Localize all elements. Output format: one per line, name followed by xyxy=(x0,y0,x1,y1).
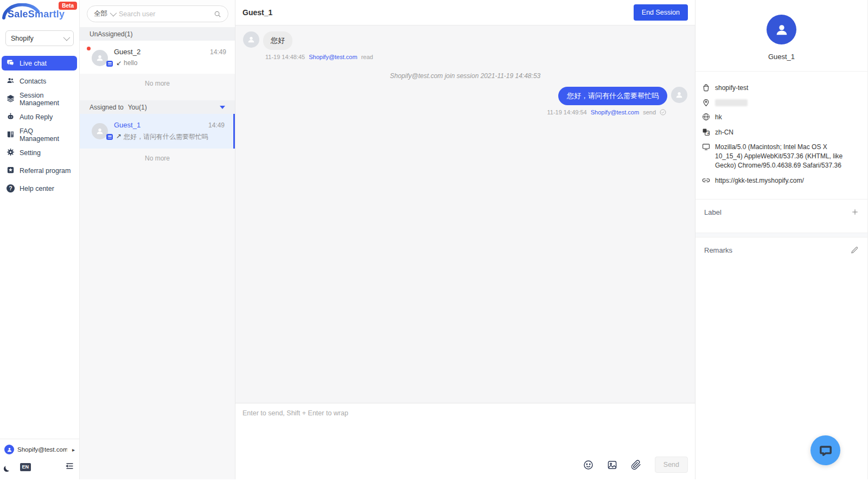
chevron-down-icon xyxy=(63,34,71,41)
url-row[interactable]: https://gkk-test.myshopify.com/ xyxy=(702,176,856,185)
search-input[interactable] xyxy=(119,10,210,18)
image-upload-icon[interactable] xyxy=(607,460,617,470)
search-box: 全部 xyxy=(87,5,228,22)
location-pin-icon xyxy=(702,99,710,107)
list-item-guest1[interactable]: Guest_1 14:49 ↗ 您好，请问有什么需要帮忙吗 xyxy=(80,114,235,149)
outgoing-message-row: 您好，请问有什么需要帮忙吗 xyxy=(243,87,687,105)
language-toggle[interactable]: EN xyxy=(20,463,31,471)
conversation-preview: 您好，请问有什么需要帮忙吗 xyxy=(124,132,208,142)
message-time: 11-19 14:48:45 xyxy=(265,54,305,60)
agent-link[interactable]: Shopify@test.com xyxy=(591,109,639,115)
sidebar-item-label: Session Management xyxy=(20,92,72,107)
sidebar-footer: Shopify@test.com ▸ EN xyxy=(0,439,79,479)
remarks-title: Remarks xyxy=(704,246,732,254)
translate-icon: A xyxy=(702,128,710,136)
conversation-time: 14:49 xyxy=(208,121,225,129)
emoji-icon[interactable] xyxy=(583,460,593,470)
search-row: 全部 xyxy=(80,0,235,27)
chat-widget-icon xyxy=(819,444,833,458)
region-value: hk xyxy=(715,113,722,122)
search-icon[interactable] xyxy=(214,10,221,18)
send-button[interactable]: Send xyxy=(655,457,688,473)
conversation-name: Guest_2 xyxy=(114,48,141,56)
conversation-summary: Guest_2 14:49 ↙ hello xyxy=(114,48,226,67)
language-row: A zh-CN xyxy=(702,128,856,137)
sidebar-item-auto-reply[interactable]: Auto Reply xyxy=(2,110,77,124)
avatar xyxy=(92,50,108,66)
collapse-section-icon[interactable] xyxy=(220,106,225,109)
sidebar-item-referral-program[interactable]: Referral program xyxy=(2,163,77,178)
sidebar: SaleSmartly Beta Shopify Live chat Conta… xyxy=(0,0,80,479)
language-value: zh-CN xyxy=(715,128,733,137)
section-header-unassigned: UnAssigned(1) xyxy=(80,27,235,41)
sidebar-item-label: Auto Reply xyxy=(20,113,53,121)
filter-dropdown[interactable]: 全部 xyxy=(94,9,115,18)
layers-icon xyxy=(7,94,15,104)
sidebar-item-label: FAQ Management xyxy=(20,127,72,143)
sidebar-item-label: Live chat xyxy=(20,60,47,67)
conversation-list-panel: 全部 UnAssigned(1) Guest_2 14:49 xyxy=(80,0,235,479)
help-icon: ? xyxy=(7,184,15,192)
visitor-avatar xyxy=(767,15,796,44)
label-section: Label xyxy=(695,200,867,233)
list-item-guest2[interactable]: Guest_2 14:49 ↙ hello xyxy=(80,41,235,74)
chat-header: Guest_1 End Session xyxy=(235,0,695,25)
book-icon xyxy=(7,130,15,140)
outgoing-message-meta: 11-19 14:49:54 Shopify@test.com send xyxy=(243,109,666,115)
incoming-message-meta: 11-19 14:48:45 Shopify@test.com read xyxy=(265,54,687,60)
attachment-icon[interactable] xyxy=(631,460,641,470)
conversation-time: 14:49 xyxy=(210,48,226,56)
shop-bag-icon xyxy=(702,84,710,92)
message-input[interactable] xyxy=(242,409,688,453)
workspace-selected-value: Shopify xyxy=(11,35,34,42)
beta-badge: Beta xyxy=(59,2,77,10)
monitor-icon xyxy=(702,143,710,151)
message-status: read xyxy=(361,54,373,60)
no-more-text: No more xyxy=(80,149,235,170)
chevron-down-icon xyxy=(110,10,117,17)
url-value: https://gkk-test.myshopify.com/ xyxy=(715,176,804,185)
outgoing-message-bubble: 您好，请问有什么需要帮忙吗 xyxy=(558,87,667,105)
visitor-info-block: shopify-test hk A zh-CN Mozilla/5.0 (Mac… xyxy=(695,72,867,200)
help-glyph: ? xyxy=(9,185,12,191)
sidebar-item-label: Contacts xyxy=(20,78,46,85)
brand-name: SaleSmartly xyxy=(8,9,65,20)
workspace-select[interactable]: Shopify xyxy=(5,30,74,46)
conversation-summary: Guest_1 14:49 ↗ 您好，请问有什么需要帮忙吗 xyxy=(114,121,225,142)
chevron-right-icon: ▸ xyxy=(72,447,75,453)
agent-link[interactable]: Shopify@test.com xyxy=(309,54,357,60)
user-avatar xyxy=(4,445,14,454)
chat-bubbles-icon xyxy=(7,59,15,68)
end-session-button[interactable]: End Session xyxy=(634,4,688,21)
sidebar-item-label: Setting xyxy=(20,149,41,157)
collapse-sidebar-icon[interactable] xyxy=(66,462,74,472)
sidebar-item-label: Help center xyxy=(20,185,54,192)
incoming-message-bubble: 您好 xyxy=(263,31,292,50)
sidebar-item-session-management[interactable]: Session Management xyxy=(2,92,77,106)
join-session-notice: Shopify@test.com join session 2021-11-19… xyxy=(243,72,687,80)
sidebar-item-contacts[interactable]: Contacts xyxy=(2,74,77,88)
chat-widget-button[interactable] xyxy=(810,435,840,465)
remarks-section: Remarks xyxy=(695,237,867,263)
sidebar-item-live-chat[interactable]: Live chat xyxy=(2,56,77,70)
dark-mode-icon[interactable] xyxy=(5,464,12,471)
conversation-name: Guest_1 xyxy=(114,121,141,129)
section-divider xyxy=(695,233,867,237)
user-agent-row: Mozilla/5.0 (Macintosh; Intel Mac OS X 1… xyxy=(702,143,856,170)
sidebar-item-help-center[interactable]: ? Help center xyxy=(2,181,77,196)
location-row xyxy=(702,99,856,107)
account-menu[interactable]: Shopify@test.com ▸ xyxy=(0,439,79,459)
add-label-icon[interactable] xyxy=(851,208,859,216)
agent-avatar xyxy=(671,87,687,103)
sidebar-item-setting[interactable]: Setting xyxy=(2,145,77,160)
section-title: UnAssigned(1) xyxy=(90,30,132,38)
section-title: Assigned to xyxy=(90,104,124,111)
outgoing-arrow-icon: ↗ xyxy=(116,132,122,142)
section-owner: You(1) xyxy=(128,104,147,111)
sidebar-nav: Live chat Contacts Session Management Au… xyxy=(0,56,79,196)
edit-remarks-icon[interactable] xyxy=(851,246,859,254)
robot-icon xyxy=(7,112,15,122)
sidebar-item-faq-management[interactable]: FAQ Management xyxy=(2,127,77,142)
region-row: hk xyxy=(702,113,856,122)
link-icon xyxy=(702,176,710,184)
